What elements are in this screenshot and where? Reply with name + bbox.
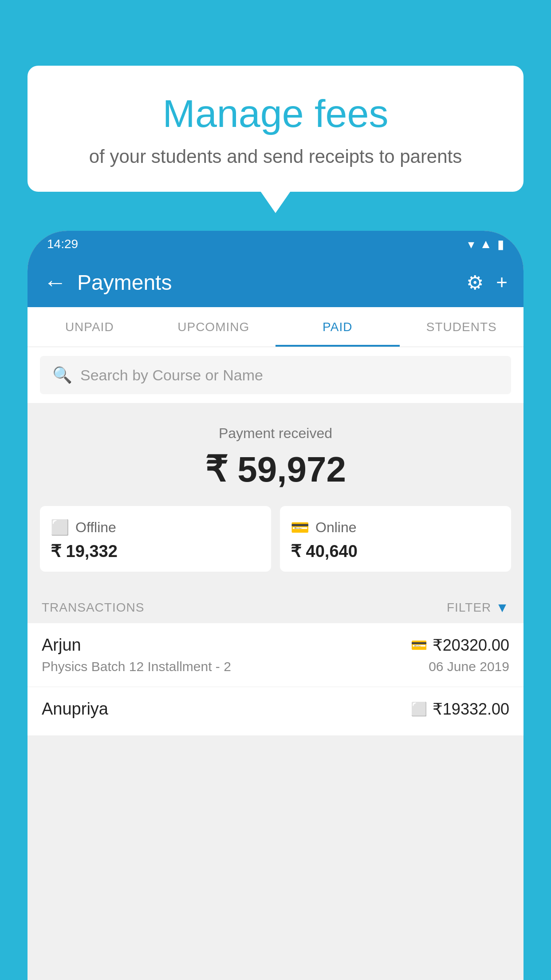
online-amount: ₹ 40,640 (291, 541, 500, 561)
search-icon: 🔍 (52, 366, 72, 384)
transaction-row[interactable]: Arjun 💳 ₹20320.00 Physics Batch 12 Insta… (28, 623, 523, 687)
phone-inner: 14:29 ▾ ▲ ▮ ← Payments ⚙ + UNPAID UPCO (28, 231, 523, 980)
online-card-header: 💳 Online (291, 518, 500, 536)
signal-icon: ▲ (480, 237, 492, 251)
cash-icon: ⬜ (411, 701, 427, 717)
app-bar: ← Payments ⚙ + (28, 257, 523, 307)
search-bar[interactable]: 🔍 Search by Course or Name (40, 356, 511, 394)
transaction-amount: ₹20320.00 (433, 636, 509, 655)
offline-amount: ₹ 19,332 (51, 541, 260, 561)
filter-label: FILTER (447, 601, 491, 615)
offline-card: ⬜ Offline ₹ 19,332 (40, 506, 271, 572)
search-placeholder: Search by Course or Name (80, 367, 263, 384)
transaction-amount: ₹19332.00 (433, 700, 509, 719)
tab-unpaid[interactable]: UNPAID (28, 307, 152, 347)
online-icon: 💳 (291, 518, 309, 536)
transaction-date: 06 June 2019 (429, 659, 509, 674)
bubble-title: Manage fees (45, 92, 506, 135)
filter-button[interactable]: FILTER ▼ (447, 600, 509, 615)
app-content: 🔍 Search by Course or Name Payment recei… (28, 347, 523, 980)
offline-label: Offline (75, 519, 116, 536)
bubble-subtitle: of your students and send receipts to pa… (45, 146, 506, 167)
tab-upcoming[interactable]: UPCOMING (152, 307, 276, 347)
phone-frame: 14:29 ▾ ▲ ▮ ← Payments ⚙ + UNPAID UPCO (28, 231, 523, 980)
online-label: Online (315, 519, 357, 536)
speech-bubble-container: Manage fees of your students and send re… (28, 66, 523, 192)
transaction-amount-container: 💳 ₹20320.00 (411, 636, 509, 655)
offline-card-header: ⬜ Offline (51, 518, 260, 536)
back-button[interactable]: ← (43, 269, 67, 296)
offline-icon: ⬜ (51, 518, 69, 536)
transaction-name: Anupriya (42, 699, 108, 719)
wifi-icon: ▾ (468, 237, 474, 252)
tabs-bar: UNPAID UPCOMING PAID STUDENTS (28, 307, 523, 347)
transaction-name: Arjun (42, 636, 81, 655)
add-icon[interactable]: + (496, 271, 508, 293)
transaction-row[interactable]: Anupriya ⬜ ₹19332.00 (28, 687, 523, 736)
transaction-row-top: Arjun 💳 ₹20320.00 (42, 636, 509, 655)
status-bar: 14:29 ▾ ▲ ▮ (28, 231, 523, 257)
transaction-row-bottom: Physics Batch 12 Installment - 2 06 June… (42, 659, 509, 674)
tab-paid[interactable]: PAID (276, 307, 400, 347)
transaction-course: Physics Batch 12 Installment - 2 (42, 659, 231, 674)
phone-screen: 14:29 ▾ ▲ ▮ ← Payments ⚙ + UNPAID UPCO (28, 231, 523, 980)
card-icon: 💳 (411, 637, 427, 653)
time-display: 14:29 (47, 237, 78, 251)
transactions-header: TRANSACTIONS FILTER ▼ (28, 588, 523, 623)
payment-received-label: Payment received (40, 425, 511, 442)
transactions-label: TRANSACTIONS (42, 601, 144, 615)
page-title: Payments (77, 270, 466, 295)
tab-students[interactable]: STUDENTS (400, 307, 524, 347)
app-bar-actions: ⚙ + (466, 271, 508, 294)
filter-icon: ▼ (496, 600, 509, 615)
battery-icon: ▮ (497, 237, 504, 252)
payment-summary: Payment received ₹ 59,972 ⬜ Offline ₹ 19… (28, 403, 523, 588)
search-bar-container: 🔍 Search by Course or Name (28, 347, 523, 403)
status-icons: ▾ ▲ ▮ (468, 237, 504, 252)
payment-total-amount: ₹ 59,972 (40, 449, 511, 490)
transaction-amount-container: ⬜ ₹19332.00 (411, 700, 509, 719)
settings-icon[interactable]: ⚙ (466, 271, 484, 294)
payment-cards: ⬜ Offline ₹ 19,332 💳 Online ₹ 40,640 (40, 506, 511, 572)
online-card: 💳 Online ₹ 40,640 (280, 506, 511, 572)
speech-bubble: Manage fees of your students and send re… (28, 66, 523, 192)
transaction-row-top: Anupriya ⬜ ₹19332.00 (42, 699, 509, 719)
